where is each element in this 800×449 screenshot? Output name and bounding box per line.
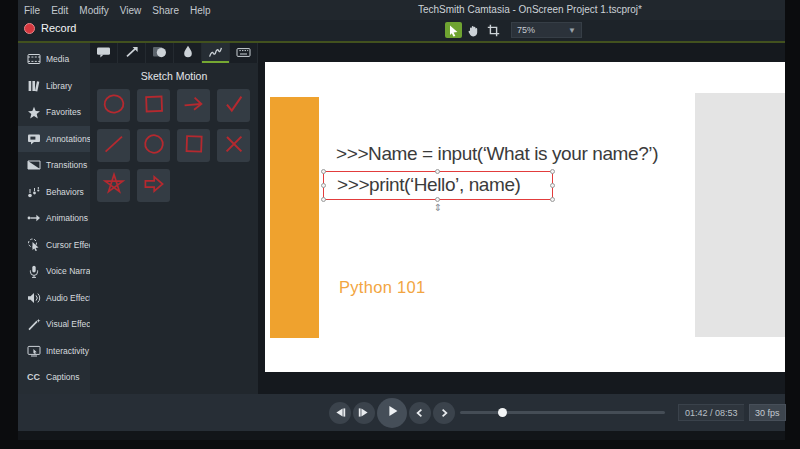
selection-box[interactable]: >>>print(‘Hello’, name) ⇕ bbox=[323, 171, 553, 200]
slide-code-line-1[interactable]: >>>Name = input(‘What is your name?’) bbox=[336, 143, 658, 165]
sidebar-item-label: Animations bbox=[46, 213, 88, 223]
tab-sketch-icon bbox=[208, 44, 223, 62]
menu-share[interactable]: Share bbox=[152, 5, 179, 16]
sidebar-item-animations[interactable]: Animations bbox=[18, 205, 90, 232]
annotation-tabs bbox=[90, 43, 258, 63]
slide-orange-bar[interactable] bbox=[270, 97, 319, 338]
annotations-panel: Sketch Motion bbox=[90, 43, 258, 394]
sketch-arrow-icon bbox=[181, 91, 207, 121]
sketch-circle-tile[interactable] bbox=[97, 89, 130, 122]
sidebar-item-label: Transitions bbox=[46, 160, 87, 170]
sidebar-item-audio-effects[interactable]: Audio Effects bbox=[18, 285, 90, 312]
menu-list: FileEditModifyViewShareHelp bbox=[18, 5, 211, 16]
menu-modify[interactable]: Modify bbox=[79, 5, 108, 16]
sketch-star-tile[interactable] bbox=[97, 169, 130, 202]
step-forward-icon bbox=[357, 404, 371, 422]
cursor-fx-icon bbox=[26, 238, 41, 252]
step-forward-button[interactable] bbox=[353, 402, 375, 424]
sidebar-item-favorites[interactable]: Favorites bbox=[18, 99, 90, 126]
pan-hand-tool[interactable] bbox=[465, 22, 482, 38]
sketch-square-tile[interactable] bbox=[137, 89, 170, 122]
slide-caption[interactable]: Python 101 bbox=[339, 278, 425, 297]
next-button[interactable] bbox=[433, 402, 455, 424]
selection-handle-top-left[interactable] bbox=[321, 169, 326, 174]
selection-handle-top-right[interactable] bbox=[550, 169, 555, 174]
selection-handle-top-mid[interactable] bbox=[435, 169, 440, 174]
crop-tool[interactable] bbox=[485, 22, 502, 38]
slide-code-line-2[interactable]: >>>print(‘Hello’, name) bbox=[337, 174, 521, 196]
sidebar-item-transitions[interactable]: Transitions bbox=[18, 152, 90, 179]
tab-arrow-icon bbox=[125, 44, 139, 62]
menu-view[interactable]: View bbox=[120, 5, 142, 16]
library-icon bbox=[26, 79, 41, 93]
sidebar: Media Library Favorites Annotations Tran… bbox=[18, 43, 90, 394]
window-title: TechSmith Camtasia - OnScreen Project 1.… bbox=[418, 0, 642, 20]
sketch-arrow-tile[interactable] bbox=[177, 89, 210, 122]
captions-icon: CC bbox=[26, 370, 41, 384]
zoom-level-select[interactable]: 75%▼ bbox=[511, 22, 582, 38]
interactivity-icon bbox=[26, 344, 41, 358]
sidebar-item-visual-effects[interactable]: Visual Effects bbox=[18, 311, 90, 338]
play-button[interactable] bbox=[377, 398, 407, 428]
sketch-line-icon bbox=[101, 131, 127, 161]
time-display: 01:42 / 08:53 bbox=[678, 404, 744, 421]
sidebar-item-behaviors[interactable]: Behaviors bbox=[18, 179, 90, 206]
panel-title: Sketch Motion bbox=[90, 63, 258, 88]
selection-handle-mid-right[interactable] bbox=[550, 183, 555, 188]
menu-edit[interactable]: Edit bbox=[51, 5, 68, 16]
sidebar-item-captions[interactable]: CC Captions bbox=[18, 364, 90, 391]
sketch-star-icon bbox=[101, 171, 127, 201]
tab-callouts[interactable] bbox=[90, 43, 118, 63]
sketch-check-tile[interactable] bbox=[217, 89, 250, 122]
record-button[interactable]: Record bbox=[24, 22, 76, 34]
sidebar-item-media[interactable]: Media bbox=[18, 46, 90, 73]
editing-canvas[interactable]: >>>Name = input(‘What is your name?’) >>… bbox=[258, 43, 785, 394]
tab-shapes[interactable] bbox=[146, 43, 174, 63]
record-toolbar: Record 75%▼ bbox=[18, 20, 785, 41]
sketch-square-2-tile[interactable] bbox=[177, 129, 210, 162]
tab-sketch-motion[interactable] bbox=[202, 43, 230, 63]
previous-button[interactable] bbox=[409, 402, 431, 424]
tab-blur-and-highlight[interactable] bbox=[174, 43, 202, 63]
wand-icon bbox=[26, 317, 41, 331]
select-cursor-tool[interactable] bbox=[445, 22, 462, 38]
sidebar-item-label: Audio Effects bbox=[46, 293, 96, 303]
sidebar-item-label: Interactivity bbox=[46, 346, 89, 356]
step-back-button[interactable] bbox=[329, 402, 351, 424]
rotation-handle-icon[interactable]: ⇕ bbox=[433, 202, 443, 213]
selection-handle-mid-left[interactable] bbox=[321, 183, 326, 188]
sketch-line-tile[interactable] bbox=[97, 129, 130, 162]
star-icon bbox=[26, 105, 41, 119]
sketch-cross-icon bbox=[221, 131, 247, 161]
sketch-circle-icon bbox=[101, 91, 127, 121]
selection-handle-bottom-left[interactable] bbox=[321, 197, 326, 202]
speaker-icon bbox=[26, 291, 41, 305]
zoom-level-value: 75% bbox=[517, 25, 535, 35]
sidebar-item-interactivity[interactable]: Interactivity bbox=[18, 338, 90, 365]
sketch-cross-tile[interactable] bbox=[217, 129, 250, 162]
sidebar-item-cursor-effects[interactable]: Cursor Effects bbox=[18, 232, 90, 259]
menu-file[interactable]: File bbox=[24, 5, 40, 16]
media-icon bbox=[26, 52, 41, 66]
tab-arrows-and-lines[interactable] bbox=[118, 43, 146, 63]
timeline-strip[interactable] bbox=[18, 431, 785, 440]
tab-keystroke-callouts[interactable] bbox=[230, 43, 258, 63]
record-label: Record bbox=[41, 22, 76, 34]
mic-icon bbox=[26, 264, 41, 278]
sketch-circle-2-tile[interactable] bbox=[137, 129, 170, 162]
chev-left-icon bbox=[415, 404, 425, 422]
menu-help[interactable]: Help bbox=[190, 5, 211, 16]
sidebar-item-annotations[interactable]: Annotations bbox=[18, 126, 90, 153]
seek-slider[interactable] bbox=[460, 411, 665, 414]
fps-display: 30 fps bbox=[749, 404, 786, 421]
animations-icon bbox=[26, 211, 41, 225]
sidebar-item-library[interactable]: Library bbox=[18, 73, 90, 100]
slide-gray-panel[interactable] bbox=[695, 93, 785, 337]
selection-handle-bottom-right[interactable] bbox=[550, 197, 555, 202]
sidebar-item-label: Library bbox=[46, 81, 72, 91]
slide-preview[interactable]: >>>Name = input(‘What is your name?’) >>… bbox=[265, 62, 785, 372]
sketch-block-arrow-tile[interactable] bbox=[137, 169, 170, 202]
play-icon bbox=[385, 404, 399, 422]
slider-thumb[interactable] bbox=[498, 408, 507, 417]
sidebar-item-voice-narration[interactable]: Voice Narration bbox=[18, 258, 90, 285]
